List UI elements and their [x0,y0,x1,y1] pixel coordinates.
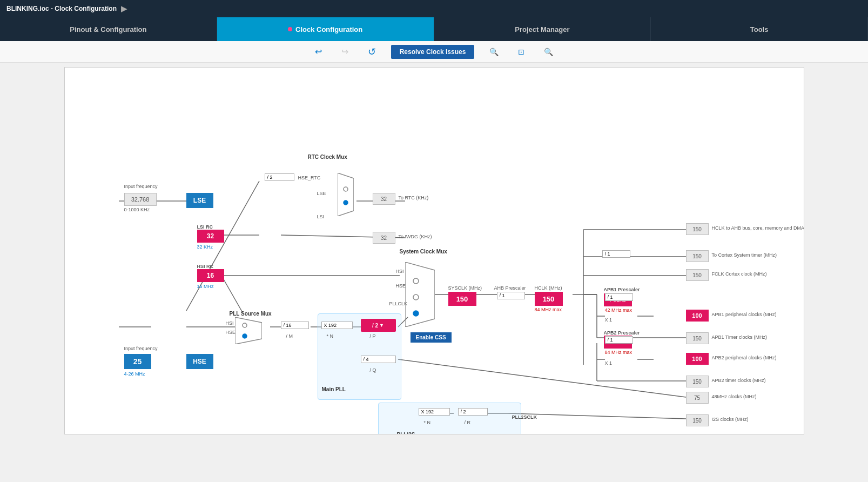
plli2s-label: PLLI2S [397,432,415,434]
div-m-label: / M [286,333,293,339]
to-iwdg-value: 32 [373,232,395,244]
hse-sysclk-label: HSE [396,283,406,289]
output-apb2-periph-value: 100 [686,353,709,365]
svg-point-47 [413,311,419,316]
svg-point-42 [344,187,348,191]
apb2-x1-label: X 1 [605,360,613,366]
undo-button[interactable]: ↩ [311,44,326,59]
refresh-button[interactable]: ↺ [364,44,380,60]
output-i2s-label: I2S clocks (MHz) [712,417,749,422]
hse-range-label: 4-26 MHz [124,371,145,377]
svg-marker-44 [405,262,435,327]
title-text: BLINKING.ioc - Clock Configuration [6,5,117,12]
output-48mhz-value: 75 [686,392,709,404]
apb1-x1-label: X 1 [605,317,613,323]
pll-source-mux-label: PLL Source Mux [230,311,272,317]
output-apb1-periph-value: 100 [686,310,709,322]
apb1-prescaler-label: APB1 Prescaler [604,287,640,292]
tab-project[interactable]: Project Manager [434,17,651,41]
zoom-in-button[interactable]: 🔍 [485,45,503,58]
sysclk-mux-shape [405,262,435,327]
ahb-prescaler-select[interactable]: / 1 / 2 [497,292,525,299]
lsi-rc-freq: 32 KHz [197,244,213,250]
svg-point-49 [243,323,247,327]
output-fclk-label: FCLK Cortex clock (MHz) [712,271,767,277]
apb2-prescaler-select[interactable]: / 1 / 2 [605,336,633,344]
tab-dot [288,27,292,31]
toolbar: ↩ ↪ ↺ Resolve Clock Issues 🔍 ⊡ 🔍 [0,41,868,63]
lsi-rc-value: 32 [197,230,224,243]
hsi-rc-label: HSI RC [197,264,214,269]
svg-line-38 [221,276,243,313]
lse-mux-label: LSE [317,191,326,196]
svg-marker-48 [235,317,262,344]
plli2s-r-label: / R [465,420,471,425]
rtc-clock-mux-label: RTC Clock Mux [308,154,347,160]
to-rtc-label: To RTC (KHz) [399,195,429,200]
q-div-select[interactable]: / 4 / 2 [361,356,396,363]
pllclk-label: PLLCLK [389,301,408,306]
hse-pll-label: HSE [226,330,236,335]
output-hclk-ahb-label: HCLK to AHB bus, core, memory and DMA (M… [712,225,804,231]
plli2s-r-select[interactable]: / 2 [458,408,488,416]
p-div-box: / 2 ▼ [361,319,396,332]
resolve-clock-button[interactable]: Resolve Clock Issues [391,45,475,59]
to-rtc-value: 32 [373,193,395,205]
clock-diagram: Input frequency 32.768 0-1000 KHz LSE LS… [64,67,804,434]
main-content: Input frequency 32.768 0-1000 KHz LSE LS… [0,63,868,482]
zoom-out-button[interactable]: 🔍 [540,45,557,58]
apb1-max: 42 MHz max [605,307,633,313]
plli2s-n-select[interactable]: X 192 [419,408,450,416]
lse-value-box[interactable]: 32.768 [124,193,157,206]
lsi-mux-label: LSI [317,214,325,219]
div-m-select[interactable]: / 16 / 8 [281,322,309,329]
breadcrumb-arrow: ▶ [121,4,127,13]
redo-button[interactable]: ↪ [337,44,353,59]
output-48mhz-label: 48MHz clocks (MHz) [712,394,757,399]
plli2s-n-label: * N [424,420,431,425]
plli2s-region [378,403,521,434]
ahb-prescaler-label: AHB Prescaler [494,285,526,291]
tab-tools[interactable]: Tools [651,17,868,41]
q-label: / Q [370,367,376,373]
svg-point-45 [413,278,419,284]
to-iwdg-label: To IWDG (KHz) [399,234,432,239]
n-label: * N [327,333,334,339]
hse-rtc-label: HSE_RTC [298,175,321,180]
output-cortex-timer-value: 150 [686,250,709,262]
svg-point-46 [413,294,419,300]
hse-div2-select[interactable]: / 2 / 3 [265,173,294,181]
p-label: / P [370,333,376,339]
lse-range-label: 0-1000 KHz [124,207,150,212]
output-apb1-timer-label: APB1 Timer clocks (MHz) [712,334,768,340]
apb1-prescaler-select[interactable]: / 1 / 2 [605,293,633,301]
output-apb2-timer-value: 150 [686,376,709,387]
enable-css-button[interactable]: Enable CSS [411,332,452,343]
svg-line-34 [398,359,686,397]
svg-point-50 [243,334,247,338]
hsi-rc-value: 16 [197,269,224,282]
title-bar: BLINKING.ioc - Clock Configuration ▶ [0,0,868,17]
svg-point-43 [344,200,348,205]
svg-marker-41 [338,173,354,216]
output-apb2-timer-label: APB2 timer clocks (MHz) [712,378,766,383]
sysclk-label: SYSCLK (MHz) [448,285,482,291]
tab-clock[interactable]: Clock Configuration [217,17,434,41]
cortex-div-select[interactable]: / 1 [602,250,630,258]
apb2-max: 84 MHz max [605,350,633,355]
output-hclk-ahb-value: 150 [686,223,709,235]
tab-pinout[interactable]: Pinout & Configuration [0,17,217,41]
output-apb1-timer-value: 150 [686,332,709,344]
main-pll-label: Main PLL [322,386,346,392]
hse-value-box[interactable]: 25 [124,354,151,369]
output-apb1-periph-label: APB1 peripheral clocks (MHz) [712,312,777,317]
system-clock-mux-label: System Clock Mux [400,249,447,255]
pll2sclk-label: PLL2SCLK [512,414,537,420]
rtc-mux-shape [338,173,354,216]
hclk-value: 150 [535,292,563,306]
fit-button[interactable]: ⊡ [514,45,529,58]
pll-source-mux-shape [235,317,262,344]
hsi-sysclk-label: HSI [396,269,404,274]
output-cortex-timer-label: To Cortex System timer (MHz) [712,252,777,258]
n-multiplier-select[interactable]: X 192 X 168 [321,322,353,329]
